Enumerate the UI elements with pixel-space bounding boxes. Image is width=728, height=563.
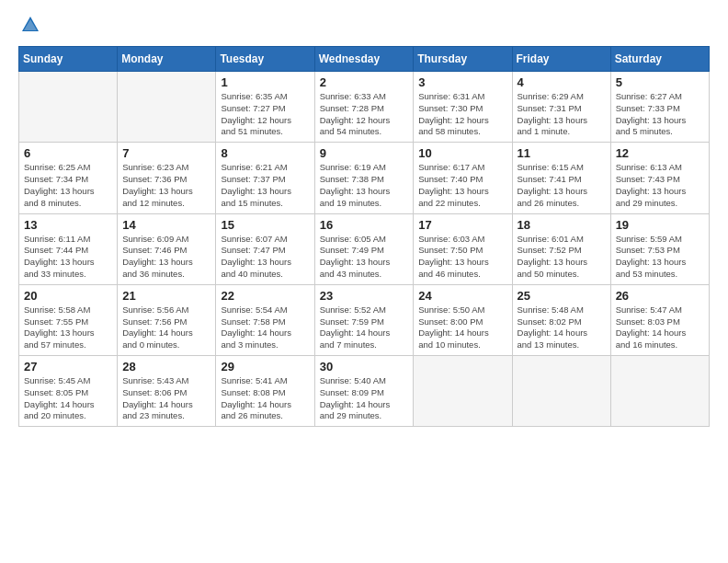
day-info: Sunrise: 5:45 AM Sunset: 8:05 PM Dayligh… <box>24 375 112 422</box>
logo <box>18 15 40 35</box>
day-number: 5 <box>616 75 704 89</box>
day-number: 8 <box>221 146 309 160</box>
day-number: 14 <box>122 218 210 232</box>
calendar-cell: 6Sunrise: 6:25 AM Sunset: 7:34 PM Daylig… <box>19 143 118 213</box>
day-info: Sunrise: 5:47 AM Sunset: 8:03 PM Dayligh… <box>616 304 704 351</box>
calendar-cell: 5Sunrise: 6:27 AM Sunset: 7:33 PM Daylig… <box>610 72 709 143</box>
day-number: 2 <box>320 75 409 89</box>
day-info: Sunrise: 6:29 AM Sunset: 7:31 PM Dayligh… <box>518 91 606 138</box>
day-info: Sunrise: 6:03 AM Sunset: 7:50 PM Dayligh… <box>418 234 506 281</box>
day-number: 18 <box>518 218 606 232</box>
day-info: Sunrise: 6:05 AM Sunset: 7:49 PM Dayligh… <box>320 234 409 281</box>
day-number: 15 <box>221 218 309 232</box>
day-info: Sunrise: 6:25 AM Sunset: 7:34 PM Dayligh… <box>24 162 112 209</box>
day-number: 7 <box>122 146 210 160</box>
calendar-cell: 23Sunrise: 5:52 AM Sunset: 7:59 PM Dayli… <box>314 284 414 355</box>
day-info: Sunrise: 5:54 AM Sunset: 7:58 PM Dayligh… <box>221 304 309 351</box>
day-info: Sunrise: 6:17 AM Sunset: 7:40 PM Dayligh… <box>418 162 506 209</box>
calendar-cell: 17Sunrise: 6:03 AM Sunset: 7:50 PM Dayli… <box>414 213 512 284</box>
day-info: Sunrise: 5:50 AM Sunset: 8:00 PM Dayligh… <box>418 304 506 351</box>
weekday-header-row: SundayMondayTuesdayWednesdayThursdayFrid… <box>19 47 710 72</box>
day-info: Sunrise: 5:58 AM Sunset: 7:55 PM Dayligh… <box>24 304 112 351</box>
day-number: 13 <box>24 218 112 232</box>
day-info: Sunrise: 5:41 AM Sunset: 8:08 PM Dayligh… <box>221 375 309 422</box>
header <box>18 15 710 35</box>
day-number: 25 <box>518 289 606 303</box>
calendar-cell: 25Sunrise: 5:48 AM Sunset: 8:02 PM Dayli… <box>512 284 610 355</box>
day-number: 6 <box>24 146 112 160</box>
day-number: 9 <box>320 146 409 160</box>
calendar-cell: 27Sunrise: 5:45 AM Sunset: 8:05 PM Dayli… <box>19 356 118 427</box>
day-number: 16 <box>320 218 409 232</box>
day-info: Sunrise: 5:52 AM Sunset: 7:59 PM Dayligh… <box>320 304 409 351</box>
calendar-cell: 10Sunrise: 6:17 AM Sunset: 7:40 PM Dayli… <box>414 143 512 213</box>
calendar-week-row: 20Sunrise: 5:58 AM Sunset: 7:55 PM Dayli… <box>19 284 710 355</box>
day-info: Sunrise: 6:31 AM Sunset: 7:30 PM Dayligh… <box>418 91 506 138</box>
calendar-cell: 26Sunrise: 5:47 AM Sunset: 8:03 PM Dayli… <box>610 284 709 355</box>
weekday-header-sunday: Sunday <box>19 47 118 72</box>
calendar-cell: 29Sunrise: 5:41 AM Sunset: 8:08 PM Dayli… <box>216 356 314 427</box>
calendar-cell: 18Sunrise: 6:01 AM Sunset: 7:52 PM Dayli… <box>512 213 610 284</box>
day-info: Sunrise: 5:59 AM Sunset: 7:53 PM Dayligh… <box>616 234 704 281</box>
calendar-cell: 11Sunrise: 6:15 AM Sunset: 7:41 PM Dayli… <box>512 143 610 213</box>
calendar-cell: 13Sunrise: 6:11 AM Sunset: 7:44 PM Dayli… <box>19 213 118 284</box>
day-info: Sunrise: 6:23 AM Sunset: 7:36 PM Dayligh… <box>122 162 210 209</box>
day-number: 19 <box>616 218 704 232</box>
day-number: 4 <box>518 75 606 89</box>
calendar-week-row: 6Sunrise: 6:25 AM Sunset: 7:34 PM Daylig… <box>19 143 710 213</box>
day-info: Sunrise: 5:48 AM Sunset: 8:02 PM Dayligh… <box>518 304 606 351</box>
calendar-cell: 3Sunrise: 6:31 AM Sunset: 7:30 PM Daylig… <box>414 72 512 143</box>
day-number: 29 <box>221 360 309 373</box>
day-number: 24 <box>418 289 506 303</box>
calendar-cell: 12Sunrise: 6:13 AM Sunset: 7:43 PM Dayli… <box>610 143 709 213</box>
calendar-week-row: 13Sunrise: 6:11 AM Sunset: 7:44 PM Dayli… <box>19 213 710 284</box>
day-info: Sunrise: 6:09 AM Sunset: 7:46 PM Dayligh… <box>122 234 210 281</box>
calendar-cell <box>512 356 610 427</box>
day-number: 1 <box>221 75 309 89</box>
day-number: 27 <box>24 360 112 373</box>
calendar-cell: 8Sunrise: 6:21 AM Sunset: 7:37 PM Daylig… <box>216 143 314 213</box>
calendar-cell: 24Sunrise: 5:50 AM Sunset: 8:00 PM Dayli… <box>414 284 512 355</box>
day-info: Sunrise: 6:15 AM Sunset: 7:41 PM Dayligh… <box>518 162 606 209</box>
calendar-cell: 14Sunrise: 6:09 AM Sunset: 7:46 PM Dayli… <box>118 213 216 284</box>
day-number: 3 <box>418 75 506 89</box>
calendar-cell: 30Sunrise: 5:40 AM Sunset: 8:09 PM Dayli… <box>314 356 414 427</box>
day-info: Sunrise: 6:19 AM Sunset: 7:38 PM Dayligh… <box>320 162 409 209</box>
calendar-cell: 16Sunrise: 6:05 AM Sunset: 7:49 PM Dayli… <box>314 213 414 284</box>
page: SundayMondayTuesdayWednesdayThursdayFrid… <box>0 0 728 442</box>
calendar-cell: 9Sunrise: 6:19 AM Sunset: 7:38 PM Daylig… <box>314 143 414 213</box>
weekday-header-friday: Friday <box>512 47 610 72</box>
day-number: 11 <box>518 146 606 160</box>
calendar-cell <box>610 356 709 427</box>
calendar-cell <box>414 356 512 427</box>
calendar-cell: 2Sunrise: 6:33 AM Sunset: 7:28 PM Daylig… <box>314 72 414 143</box>
day-number: 17 <box>418 218 506 232</box>
day-number: 26 <box>616 289 704 303</box>
calendar-table: SundayMondayTuesdayWednesdayThursdayFrid… <box>18 46 710 427</box>
calendar-cell: 7Sunrise: 6:23 AM Sunset: 7:36 PM Daylig… <box>118 143 216 213</box>
calendar-cell: 21Sunrise: 5:56 AM Sunset: 7:56 PM Dayli… <box>118 284 216 355</box>
day-info: Sunrise: 6:21 AM Sunset: 7:37 PM Dayligh… <box>221 162 309 209</box>
day-number: 12 <box>616 146 704 160</box>
logo-icon <box>20 15 40 35</box>
day-info: Sunrise: 6:27 AM Sunset: 7:33 PM Dayligh… <box>616 91 704 138</box>
day-info: Sunrise: 5:56 AM Sunset: 7:56 PM Dayligh… <box>122 304 210 351</box>
day-number: 28 <box>122 360 210 373</box>
calendar-cell <box>118 72 216 143</box>
day-info: Sunrise: 6:13 AM Sunset: 7:43 PM Dayligh… <box>616 162 704 209</box>
calendar-cell: 20Sunrise: 5:58 AM Sunset: 7:55 PM Dayli… <box>19 284 118 355</box>
calendar-cell: 1Sunrise: 6:35 AM Sunset: 7:27 PM Daylig… <box>216 72 314 143</box>
weekday-header-monday: Monday <box>118 47 216 72</box>
calendar-week-row: 1Sunrise: 6:35 AM Sunset: 7:27 PM Daylig… <box>19 72 710 143</box>
day-number: 21 <box>122 289 210 303</box>
day-number: 30 <box>320 360 409 373</box>
weekday-header-wednesday: Wednesday <box>314 47 414 72</box>
day-number: 10 <box>418 146 506 160</box>
calendar-cell: 22Sunrise: 5:54 AM Sunset: 7:58 PM Dayli… <box>216 284 314 355</box>
calendar-cell: 15Sunrise: 6:07 AM Sunset: 7:47 PM Dayli… <box>216 213 314 284</box>
weekday-header-thursday: Thursday <box>414 47 512 72</box>
day-info: Sunrise: 5:40 AM Sunset: 8:09 PM Dayligh… <box>320 375 409 422</box>
day-info: Sunrise: 6:11 AM Sunset: 7:44 PM Dayligh… <box>24 234 112 281</box>
calendar-cell: 28Sunrise: 5:43 AM Sunset: 8:06 PM Dayli… <box>118 356 216 427</box>
day-number: 23 <box>320 289 409 303</box>
